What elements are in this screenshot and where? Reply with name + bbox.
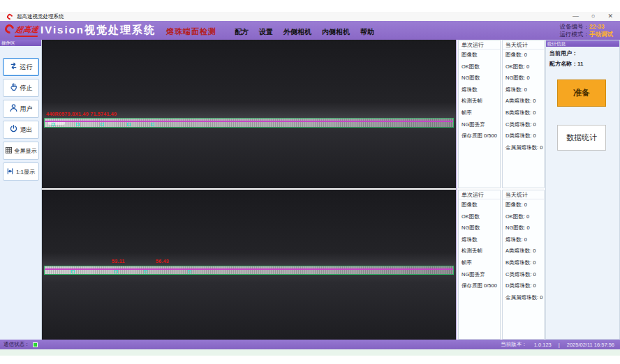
stat-row: NG图数: 0 — [503, 73, 544, 84]
stat-row: A类熔珠数: 0 — [503, 245, 544, 257]
defect-marker — [127, 123, 131, 126]
stat-row: D类熔珠数: 0 — [503, 280, 544, 292]
run-button[interactable]: 运行 — [3, 58, 39, 76]
minimize-button[interactable]: — — [573, 12, 579, 21]
maximize-button[interactable]: ○ — [591, 12, 595, 21]
brand-logo-icon — [3, 22, 15, 35]
weld-strip-image — [44, 266, 454, 275]
main-menu: 配方 设置 外侧相机 内侧相机 帮助 — [235, 27, 374, 37]
fullscreen-grid-icon — [5, 144, 13, 157]
exit-button-label: 退出 — [20, 126, 33, 135]
stat-row: 保存原图 0/500 — [459, 130, 500, 142]
run-mode-label: 运行模式： — [560, 31, 590, 38]
device-number-value: 22-33 — [589, 23, 605, 30]
sidebar-title: 操作区 — [0, 40, 41, 46]
run-mode-value: 手动调试 — [589, 31, 613, 38]
hand-stop-icon — [9, 82, 18, 94]
stat-row: 图像数: 0 — [503, 50, 544, 61]
stat-row: OK图数: 0 — [503, 211, 544, 223]
defect-marker — [76, 123, 80, 126]
page-subtitle: 熔珠端面检测 — [166, 26, 216, 37]
exit-button[interactable]: 退出 — [3, 121, 39, 139]
one-to-one-display-button[interactable]: 1:1显示 — [3, 162, 39, 181]
prepare-button[interactable]: 准备 — [557, 79, 606, 107]
defect-marker — [52, 123, 55, 126]
stat-row: 熔珠数 — [459, 84, 500, 96]
sync-arrows-icon — [9, 61, 18, 73]
stat-row: NG图数 — [459, 222, 500, 234]
stat-row: C类熔珠数: 0 — [503, 269, 544, 281]
page-title: IVision视觉处理系统 — [40, 24, 156, 37]
operation-sidebar: 操作区 运行 停止 用户 — [0, 40, 42, 340]
menu-item-help[interactable]: 帮助 — [360, 27, 374, 37]
stat-row: 图像数 — [459, 199, 500, 211]
power-icon — [9, 123, 18, 136]
status-separator: | — [559, 342, 560, 348]
defect-marker — [151, 123, 154, 126]
comm-status-label: 通信状态： — [3, 341, 30, 348]
window-title: 超高速视觉处理系统 — [17, 13, 64, 20]
camera-viewport-outer: 440R0579.8X1.49 71.5741.49 — [42, 40, 457, 188]
app-header: 超高速 IVision视觉处理系统 熔珠端面检测 配方 设置 外侧相机 内侧相机… — [0, 21, 620, 40]
stat-row: NG图丢弃 — [459, 119, 500, 131]
measurement-annotation: 53.11 — [112, 259, 125, 264]
stat-row: 图像数 — [459, 50, 500, 61]
splitter-divider — [456, 40, 457, 340]
menu-item-outer-camera[interactable]: 外侧相机 — [283, 27, 311, 37]
defect-marker — [144, 270, 147, 273]
stat-row: A类熔珠数: 0 — [503, 96, 544, 107]
recipe-name-value: 11 — [577, 61, 583, 67]
stat-row: 熔珠数: 0 — [503, 84, 544, 96]
brand-logo-text: 超高速 — [15, 24, 40, 37]
stat-row: 金属屑熔珠数: 0 — [503, 292, 544, 304]
statistics-info-panel: 统计信息 当前用户： 配方名称：11 准备 数据统计 — [545, 40, 620, 340]
stat-row: 图像数: 0 — [503, 199, 544, 211]
menu-item-settings[interactable]: 设置 — [259, 27, 273, 37]
app-logo-icon — [6, 13, 13, 20]
user-icon — [9, 103, 18, 115]
stop-button-label: 停止 — [20, 84, 33, 93]
defect-marker — [188, 270, 191, 273]
single-run-stats-panel-top: 单次运行 图像数 OK图数 NG图数 熔珠数 检测丢帧 帧率 NG图丢弃 保存原… — [458, 40, 501, 188]
close-button[interactable]: ✕ — [607, 12, 613, 21]
stop-button[interactable]: 停止 — [3, 79, 39, 97]
device-number-label: 设备编号： — [560, 23, 590, 30]
menu-item-inner-camera[interactable]: 内侧相机 — [322, 27, 350, 37]
user-button[interactable]: 用户 — [3, 100, 39, 118]
version-value: 1.0.123 — [534, 342, 552, 348]
stat-row: 检测丢帧 — [459, 245, 500, 257]
stat-row: NG图数 — [459, 73, 500, 84]
daily-stats-panel-top: 当天统计 图像数: 0 OK图数: 0 NG图数: 0 熔珠数: 0 A类熔珠数… — [502, 40, 545, 188]
measurement-annotation: 56.43 — [156, 259, 169, 264]
stat-row: C类熔珠数: 0 — [503, 119, 544, 131]
fullscreen-display-label: 全屏显示 — [15, 147, 37, 155]
defect-marker — [71, 270, 75, 273]
stat-row: B类熔珠数: 0 — [503, 257, 544, 269]
single-run-title: 单次运行 — [459, 40, 500, 50]
stat-row: 检测丢帧 — [459, 96, 500, 107]
stat-row: D类熔珠数: 0 — [503, 130, 544, 142]
stat-row: 熔珠数 — [459, 234, 500, 246]
bottom-strip — [0, 349, 620, 356]
single-run-title: 单次运行 — [459, 190, 500, 199]
comm-status-indicator — [33, 342, 38, 347]
recipe-name-label: 配方名称： — [549, 61, 577, 67]
stat-row: NG图数: 0 — [503, 222, 544, 234]
defect-marker — [115, 270, 118, 273]
camera-viewport-inner: 53.11 56.43 — [42, 190, 457, 340]
fullscreen-display-button[interactable]: 全屏显示 — [3, 142, 39, 160]
menu-item-recipe[interactable]: 配方 — [235, 27, 249, 37]
status-datetime: 2025/02/11 16:57:56 — [567, 342, 614, 348]
stat-row: 金属屑熔珠数: 0 — [503, 142, 544, 154]
data-statistics-button[interactable]: 数据统计 — [557, 125, 606, 151]
user-button-label: 用户 — [20, 105, 33, 114]
daily-stats-title: 当天统计 — [503, 40, 544, 50]
daily-stats-panel-bottom: 当天统计 图像数: 0 OK图数: 0 NG图数: 0 熔珠数: 0 A类熔珠数… — [502, 190, 545, 340]
window-titlebar: 超高速视觉处理系统 — ○ ✕ — [0, 12, 620, 21]
single-run-stats-panel-bottom: 单次运行 图像数 OK图数 NG图数 熔珠数 检测丢帧 帧率 NG图丢弃 保存原… — [458, 190, 501, 340]
current-user-label: 当前用户： — [549, 50, 577, 56]
detection-line — [45, 121, 453, 122]
app-window: 超高速视觉处理系统 — ○ ✕ 超高速 IVision视觉处理系统 熔珠端面检测… — [0, 0, 620, 364]
defect-marker — [101, 123, 104, 126]
stat-row: B类熔珠数: 0 — [503, 107, 544, 119]
